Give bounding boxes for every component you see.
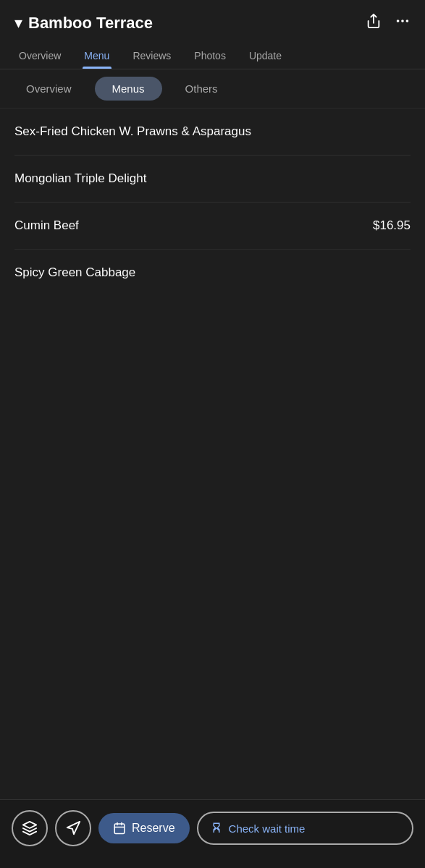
header-left: ▾ Bamboo Terrace bbox=[14, 14, 153, 33]
header: ▾ Bamboo Terrace bbox=[0, 0, 425, 43]
list-item[interactable]: Cumin Beef $16.95 bbox=[14, 203, 411, 250]
menu-item-price: $16.95 bbox=[373, 218, 411, 233]
wait-time-label: Check wait time bbox=[229, 822, 306, 835]
svg-point-1 bbox=[397, 20, 400, 22]
directions-button[interactable] bbox=[12, 810, 48, 846]
reserve-label: Reserve bbox=[132, 822, 175, 835]
svg-rect-6 bbox=[114, 824, 125, 834]
chevron-down-icon[interactable]: ▾ bbox=[14, 14, 22, 33]
svg-marker-5 bbox=[67, 822, 80, 834]
secondary-tab-others[interactable]: Others bbox=[168, 77, 235, 101]
menu-item-name: Mongolian Triple Delight bbox=[14, 171, 146, 186]
top-nav: Overview Menu Reviews Photos Update bbox=[0, 43, 425, 69]
restaurant-title: Bamboo Terrace bbox=[28, 14, 153, 33]
svg-marker-4 bbox=[23, 822, 36, 828]
tab-overview[interactable]: Overview bbox=[7, 43, 72, 69]
menu-item-name: Sex-Fried Chicken W. Prawns & Asparagus bbox=[14, 124, 251, 139]
menu-item-name: Spicy Green Cabbage bbox=[14, 265, 135, 280]
bottom-action-bar: Reserve Check wait time bbox=[0, 799, 425, 868]
check-wait-time-button[interactable]: Check wait time bbox=[197, 812, 413, 845]
share-icon[interactable] bbox=[366, 13, 382, 33]
list-item[interactable]: Sex-Fried Chicken W. Prawns & Asparagus bbox=[14, 109, 411, 156]
navigation-button[interactable] bbox=[55, 810, 91, 846]
list-item[interactable]: Spicy Green Cabbage bbox=[14, 250, 411, 296]
svg-point-3 bbox=[406, 20, 409, 22]
tab-photos[interactable]: Photos bbox=[182, 43, 237, 69]
header-right bbox=[366, 13, 411, 33]
list-item[interactable]: Mongolian Triple Delight bbox=[14, 156, 411, 203]
svg-point-2 bbox=[401, 20, 404, 22]
more-options-icon[interactable] bbox=[395, 13, 411, 33]
secondary-tab-menus[interactable]: Menus bbox=[95, 77, 162, 101]
secondary-tab-overview[interactable]: Overview bbox=[9, 77, 89, 101]
menu-item-name: Cumin Beef bbox=[14, 218, 79, 233]
tab-update[interactable]: Update bbox=[237, 43, 293, 69]
tab-menu[interactable]: Menu bbox=[72, 43, 121, 69]
reserve-button[interactable]: Reserve bbox=[98, 813, 190, 843]
tab-reviews[interactable]: Reviews bbox=[121, 43, 182, 69]
menu-list: Sex-Fried Chicken W. Prawns & Asparagus … bbox=[0, 109, 425, 296]
secondary-nav: Overview Menus Others bbox=[0, 69, 425, 109]
